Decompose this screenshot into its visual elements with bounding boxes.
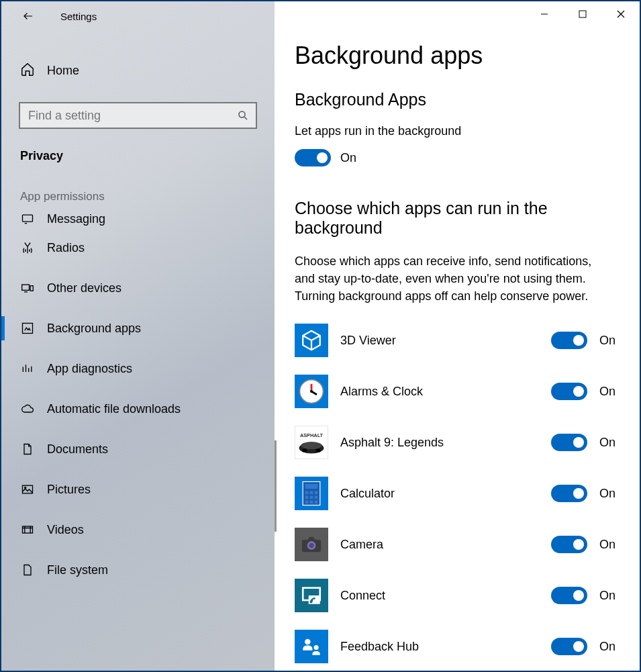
window-controls: [525, 1, 640, 27]
master-toggle-row: On: [295, 149, 615, 166]
section-description: Choose which apps can receive info, send…: [295, 252, 610, 305]
app-icon: [295, 375, 328, 408]
app-toggle[interactable]: [551, 383, 587, 400]
app-toggle-state: On: [599, 334, 615, 348]
sidebar-item-label: Pictures: [47, 483, 91, 497]
arrow-left-icon: [22, 10, 34, 22]
page-title: Background apps: [295, 42, 615, 70]
bgapps-icon: [20, 321, 35, 336]
master-toggle[interactable]: [295, 149, 331, 166]
sidebar-item-label: App diagnostics: [47, 362, 132, 376]
sidebar-item-background-apps[interactable]: Background apps: [1, 308, 275, 348]
sidebar-item-label: Messaging: [47, 212, 105, 226]
devices-icon: [20, 281, 35, 295]
svg-rect-3: [30, 286, 33, 291]
search-wrap: [19, 102, 257, 129]
svg-point-14: [302, 448, 307, 452]
minimize-icon: [540, 10, 548, 18]
sidebar: Settings Home Privacy App permissions Me…: [1, 1, 275, 671]
svg-rect-20: [315, 491, 318, 495]
sidebar-item-label: File system: [47, 563, 108, 577]
app-toggle-state: On: [599, 538, 615, 552]
close-icon: [617, 10, 625, 18]
app-name: Camera: [340, 538, 551, 552]
svg-rect-19: [310, 491, 313, 495]
app-row-feedback-hub: Feedback HubOn: [295, 630, 615, 663]
sidebar-item-documents[interactable]: Documents: [1, 429, 275, 469]
svg-point-6: [25, 487, 26, 488]
category-title: Privacy: [20, 149, 275, 163]
sidebar-item-videos[interactable]: Videos: [1, 510, 275, 550]
nav-list: MessagingRadiosOther devicesBackground a…: [1, 207, 275, 671]
app-toggle[interactable]: [551, 587, 587, 604]
content-pane: Background apps Background Apps Let apps…: [275, 1, 640, 671]
svg-point-29: [309, 543, 313, 548]
maximize-button[interactable]: [563, 1, 601, 27]
sidebar-item-label: Documents: [47, 442, 108, 457]
file-icon: [20, 563, 35, 577]
app-icon: [295, 528, 328, 561]
diagnostics-icon: [20, 361, 35, 376]
app-name: Alarms & Clock: [340, 385, 551, 399]
app-icon: ASPHALT: [295, 426, 328, 459]
picture-icon: [20, 482, 35, 497]
svg-rect-24: [305, 501, 309, 504]
app-name: Asphalt 9: Legends: [340, 436, 551, 450]
sidebar-item-label: Other devices: [47, 281, 121, 295]
radio-icon: [20, 240, 35, 255]
app-row-3d-viewer: 3D ViewerOn: [295, 324, 615, 357]
app-toggle-state: On: [599, 487, 615, 501]
sidebar-item-radios[interactable]: Radios: [1, 228, 275, 268]
app-toggle-state: On: [599, 385, 615, 399]
minimize-button[interactable]: [525, 1, 563, 27]
svg-rect-23: [315, 496, 318, 499]
svg-rect-1: [23, 215, 33, 222]
section-heading-2: Choose which apps can run in the backgro…: [295, 199, 615, 238]
sidebar-item-label: Videos: [47, 523, 84, 537]
svg-point-15: [315, 448, 320, 452]
app-name: Calculator: [340, 487, 551, 501]
svg-point-34: [314, 645, 319, 650]
app-toggle[interactable]: [551, 332, 587, 349]
app-name: Connect: [340, 589, 551, 603]
titlebar: Settings: [1, 1, 275, 31]
svg-rect-21: [305, 496, 309, 499]
window-title: Settings: [60, 11, 97, 22]
sidebar-item-messaging[interactable]: Messaging: [1, 207, 275, 228]
sidebar-item-file-system[interactable]: File system: [1, 550, 275, 590]
sidebar-item-pictures[interactable]: Pictures: [1, 469, 275, 510]
sidebar-item-label: Automatic file downloads: [47, 402, 181, 416]
app-toggle[interactable]: [551, 638, 587, 655]
svg-point-10: [310, 390, 313, 393]
maximize-icon: [579, 10, 587, 18]
home-nav[interactable]: Home: [1, 55, 275, 86]
message-icon: [20, 211, 35, 226]
sidebar-item-automatic-file-downloads[interactable]: Automatic file downloads: [1, 389, 275, 429]
app-icon: [295, 477, 328, 510]
app-toggle[interactable]: [551, 536, 587, 553]
app-row-connect: ConnectOn: [295, 579, 615, 612]
app-row-calculator: CalculatorOn: [295, 477, 615, 510]
section-label: App permissions: [20, 190, 275, 203]
search-input[interactable]: [19, 102, 257, 129]
app-toggle[interactable]: [551, 485, 587, 502]
app-toggle[interactable]: [551, 434, 587, 451]
app-row-asphalt-9-legends: ASPHALTAsphalt 9: LegendsOn: [295, 426, 615, 459]
svg-rect-25: [310, 501, 313, 504]
close-button[interactable]: [601, 1, 640, 27]
scrollbar-thumb[interactable]: [275, 440, 277, 532]
section-heading-1: Background Apps: [295, 90, 615, 109]
master-toggle-label: Let apps run in the background: [295, 124, 615, 138]
master-toggle-state: On: [340, 151, 356, 165]
svg-rect-22: [310, 496, 313, 499]
sidebar-item-other-devices[interactable]: Other devices: [1, 268, 275, 308]
sidebar-item-label: Background apps: [47, 322, 141, 336]
back-button[interactable]: [17, 5, 39, 27]
app-icon: [295, 630, 328, 663]
app-name: 3D Viewer: [340, 334, 551, 348]
sidebar-item-app-diagnostics[interactable]: App diagnostics: [1, 348, 275, 389]
app-icon: [295, 579, 328, 612]
svg-point-33: [305, 639, 311, 645]
svg-rect-26: [315, 501, 318, 504]
svg-rect-18: [305, 491, 309, 495]
